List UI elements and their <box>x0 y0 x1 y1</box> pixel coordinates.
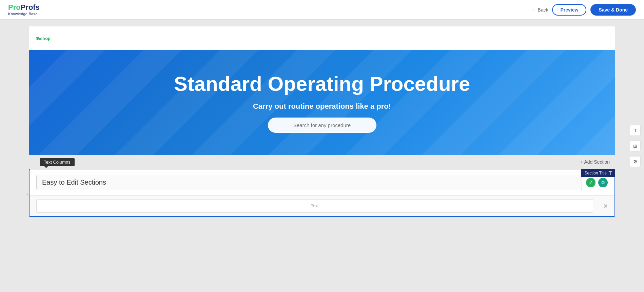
settings-right-button[interactable]: ⚙ <box>630 156 641 167</box>
back-button[interactable]: ← Back <box>531 7 548 13</box>
page-header-bar: 🛍shop <box>29 26 615 50</box>
layout-icon: ⊞ <box>633 143 637 149</box>
top-navigation: ProProfs Knowledge Base ← Back Preview S… <box>0 0 644 20</box>
section-content-area: Text ✕ <box>30 196 614 216</box>
hero-subtitle: Carry out routine operations like a pro! <box>253 102 391 111</box>
add-section-button[interactable]: + Add Section <box>580 159 610 165</box>
section-title-input[interactable] <box>36 175 582 190</box>
section-title-row: ✓ ⚙ <box>30 169 614 196</box>
section-container: Text Columns ⋮⋮ Section Title T ✓ ⚙ Text <box>29 169 615 217</box>
col1-hint: Text <box>311 204 318 208</box>
right-sidebar-icons: T ⊞ ⚙ <box>630 125 641 167</box>
section-title-actions: ✓ ⚙ <box>586 178 608 187</box>
logo-profs: Profs <box>21 3 40 12</box>
section-type-tooltip: Text Columns <box>40 158 75 166</box>
add-section-bar: + Add Section <box>29 155 615 169</box>
save-done-button[interactable]: Save & Done <box>590 4 636 16</box>
main-content: 🛍shop Standard Operating Procedure Carry… <box>0 20 644 292</box>
confirm-icon-button[interactable]: ✓ <box>586 178 596 187</box>
section-title-toolbar-label: Section Title <box>584 171 606 175</box>
column-placeholder-1: Text <box>36 199 593 213</box>
delete-col-button[interactable]: ✕ <box>603 203 608 209</box>
layout-right-button[interactable]: ⊞ <box>630 141 641 151</box>
gear-icon: ⚙ <box>633 159 638 164</box>
section-title-toolbar: Section Title T <box>581 169 615 177</box>
section-box: Section Title T ✓ ⚙ Text ✕ <box>29 169 615 217</box>
search-input[interactable] <box>268 118 376 133</box>
site-logo-text: 🛍shop <box>36 36 51 41</box>
site-logo: 🛍shop <box>36 36 51 41</box>
logo-pro: Pro <box>8 3 21 12</box>
app-logo: ProProfs Knowledge Base <box>8 3 40 16</box>
settings-icon-button[interactable]: ⚙ <box>598 178 608 187</box>
text-icon: T <box>634 128 637 133</box>
text-format-right-button[interactable]: T <box>630 125 641 136</box>
nav-actions: ← Back Preview Save & Done <box>531 4 636 16</box>
logo-text: ProProfs <box>8 3 40 12</box>
logo-subtitle: Knowledge Base <box>8 12 40 16</box>
preview-button[interactable]: Preview <box>552 4 586 16</box>
hero-title: Standard Operating Procedure <box>174 73 470 95</box>
hero-banner: Standard Operating Procedure Carry out r… <box>29 50 615 155</box>
text-format-icon: T <box>609 170 612 176</box>
